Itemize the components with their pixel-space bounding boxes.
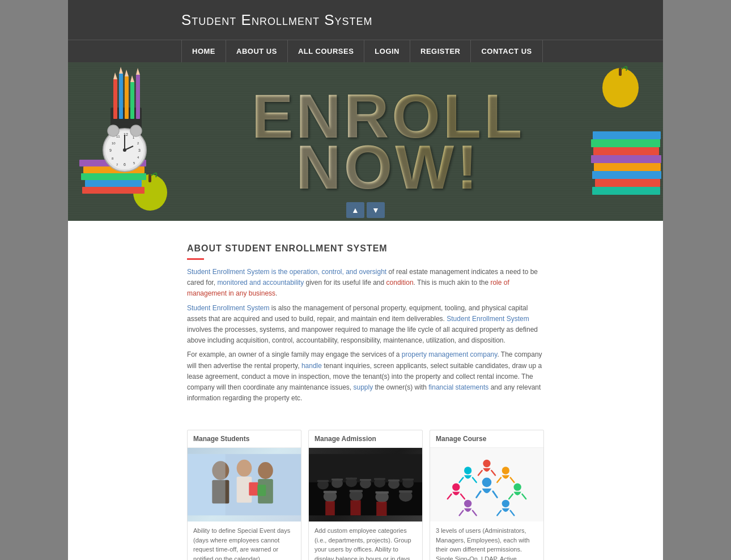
svg-rect-73 xyxy=(402,478,414,480)
svg-rect-43 xyxy=(591,155,661,163)
svg-rect-82 xyxy=(325,501,335,515)
nav-item-login[interactable]: LOGIN xyxy=(364,40,410,62)
svg-text:3: 3 xyxy=(138,148,141,152)
svg-rect-63 xyxy=(332,478,343,480)
about-divider xyxy=(187,258,204,260)
svg-rect-2 xyxy=(119,74,123,119)
svg-point-95 xyxy=(502,500,509,507)
svg-rect-46 xyxy=(593,131,661,139)
svg-text:6: 6 xyxy=(124,163,126,166)
svg-marker-7 xyxy=(119,67,123,74)
hero-navigation: ▲ ▼ xyxy=(346,202,385,218)
svg-text:10: 10 xyxy=(112,142,116,145)
manage-students-title: Manage Students xyxy=(188,430,301,448)
svg-text:9: 9 xyxy=(109,148,112,152)
manage-students-desc: Ability to define Special Event days (da… xyxy=(188,521,301,560)
svg-marker-6 xyxy=(113,72,117,79)
svg-rect-12 xyxy=(148,174,151,182)
svg-point-35 xyxy=(108,125,119,136)
svg-text:12: 12 xyxy=(124,132,128,136)
manage-course-desc: 3 levels of users (Administrators, Manag… xyxy=(430,521,543,560)
about-paragraph-2: Student Enrollment System is also the ma… xyxy=(187,303,544,347)
manage-admission-image xyxy=(309,448,422,521)
svg-point-86 xyxy=(483,460,490,467)
svg-rect-67 xyxy=(360,479,371,481)
svg-rect-61 xyxy=(317,480,329,482)
about-paragraph-3: For example, an owner of a single family… xyxy=(187,349,544,404)
svg-point-36 xyxy=(130,125,142,136)
manage-admission-title: Manage Admission xyxy=(309,430,422,448)
svg-rect-3 xyxy=(125,76,129,119)
svg-rect-40 xyxy=(595,179,660,187)
svg-point-92 xyxy=(514,484,521,491)
hero-next-button[interactable]: ▼ xyxy=(367,202,385,218)
svg-point-54 xyxy=(258,462,273,479)
hero-banner: 12 3 6 9 1 2 4 5 7 8 10 11 ENROLL NOW! xyxy=(68,62,663,221)
nav-item-home[interactable]: HOME xyxy=(181,40,226,62)
svg-rect-77 xyxy=(350,490,363,492)
navbar: HOMEABOUT USALL COURSESLOGINREGISTERCONT… xyxy=(68,40,663,62)
svg-rect-14 xyxy=(85,180,142,187)
manage-students-image xyxy=(188,448,301,521)
svg-rect-5 xyxy=(136,75,140,119)
svg-rect-56 xyxy=(257,485,266,496)
svg-rect-39 xyxy=(592,187,660,195)
about-text: Student Enrollment System is the operati… xyxy=(187,267,544,404)
hero-now-text: NOW! xyxy=(252,136,525,198)
svg-rect-65 xyxy=(346,478,357,480)
cards-section: Manage Students xyxy=(187,430,544,560)
svg-rect-4 xyxy=(130,82,134,119)
svg-rect-45 xyxy=(591,139,660,147)
about-section: ABOUT STUDENT ENROLLMENT SYSTEM Student … xyxy=(187,232,544,418)
manage-students-card: Manage Students xyxy=(187,430,301,560)
manage-course-title: Manage Course xyxy=(430,430,543,448)
svg-point-107 xyxy=(482,478,492,488)
nav-item-all-courses[interactable]: ALL COURSES xyxy=(288,40,364,62)
svg-rect-81 xyxy=(399,490,412,493)
svg-point-51 xyxy=(237,460,252,477)
svg-rect-1 xyxy=(113,79,117,119)
svg-rect-71 xyxy=(388,480,400,481)
svg-rect-75 xyxy=(324,491,337,493)
svg-rect-53 xyxy=(249,482,258,495)
svg-rect-41 xyxy=(592,171,661,179)
nav-item-register[interactable]: REGISTER xyxy=(410,40,471,62)
svg-point-98 xyxy=(464,500,471,507)
svg-rect-83 xyxy=(350,501,360,516)
svg-rect-15 xyxy=(81,173,146,180)
site-header: Student Enrollment System xyxy=(68,0,663,40)
hero-prev-button[interactable]: ▲ xyxy=(346,202,364,218)
svg-point-89 xyxy=(502,467,509,474)
manage-course-card: Manage Course xyxy=(430,430,544,560)
svg-point-101 xyxy=(452,484,460,491)
svg-rect-13 xyxy=(82,187,144,194)
svg-rect-38 xyxy=(619,68,622,76)
main-content: ABOUT STUDENT ENROLLMENT SYSTEM Student … xyxy=(68,221,663,560)
svg-marker-9 xyxy=(130,75,134,82)
manage-admission-desc: Add custom employee categories (i.e., de… xyxy=(309,521,422,560)
nav-item-about-us[interactable]: ABOUT US xyxy=(226,40,288,62)
about-paragraph-1: Student Enrollment System is the operati… xyxy=(187,267,544,300)
svg-rect-57 xyxy=(188,454,226,515)
svg-marker-8 xyxy=(125,70,129,76)
nav-item-contact-us[interactable]: CONTACT US xyxy=(471,40,542,62)
svg-point-104 xyxy=(464,467,471,474)
site-title: Student Enrollment System xyxy=(181,11,373,29)
manage-admission-card: Manage Admission xyxy=(308,430,423,560)
svg-rect-79 xyxy=(376,491,389,494)
svg-rect-84 xyxy=(376,502,386,516)
about-title: ABOUT STUDENT ENROLLMENT SYSTEM xyxy=(187,243,544,254)
svg-rect-69 xyxy=(374,478,385,480)
svg-marker-10 xyxy=(136,68,140,75)
manage-course-image xyxy=(430,448,543,521)
svg-rect-42 xyxy=(594,163,661,171)
svg-rect-44 xyxy=(593,147,659,155)
